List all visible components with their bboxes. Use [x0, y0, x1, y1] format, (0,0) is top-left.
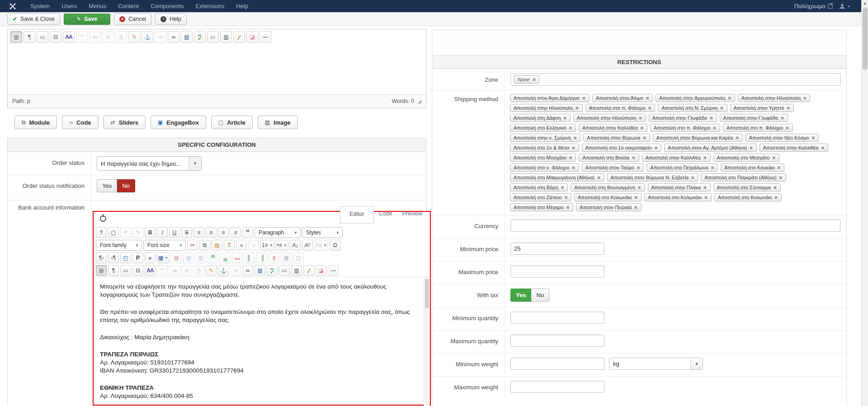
editor-tab-preview[interactable]: Preview	[397, 206, 427, 221]
font-family-select[interactable]: Font family▼	[96, 240, 142, 251]
rtl-icon[interactable]: ‹¶	[108, 252, 119, 263]
user-menu[interactable]: ▾	[839, 3, 850, 9]
remove-tag-icon[interactable]: ✕	[703, 185, 707, 190]
menu-content[interactable]: Content	[112, 0, 145, 12]
remove-tag-icon[interactable]: ✕	[566, 205, 570, 210]
code-button[interactable]: ‹›Code	[62, 116, 99, 129]
note-icon[interactable]: ✎	[206, 265, 217, 276]
editor-scrollbar-thumb[interactable]	[425, 279, 429, 308]
remove-tag-icon[interactable]: ✕	[637, 165, 640, 170]
remove-tag-icon[interactable]: ✕	[712, 126, 716, 131]
font-size-select[interactable]: Font size▼	[143, 240, 186, 251]
strikethrough-icon[interactable]: S	[181, 227, 192, 238]
bold-icon[interactable]: B	[145, 227, 156, 238]
link-icon[interactable]: ∞	[168, 31, 179, 43]
maximum-weight-input[interactable]	[510, 381, 604, 393]
layout-icon[interactable]: ▥	[291, 265, 302, 276]
note-icon[interactable]: ✎	[128, 31, 140, 43]
remove-tag-icon[interactable]: ✕	[646, 96, 649, 101]
menu-help[interactable]: Help	[230, 0, 254, 12]
hr-icon[interactable]: —	[259, 31, 271, 43]
remove-tag-icon[interactable]: ✕	[772, 155, 775, 160]
remove-tag-icon[interactable]: ✕	[637, 185, 641, 190]
superscript-icon[interactable]: A²	[302, 240, 313, 251]
remove-tag-icon[interactable]: ✕	[703, 155, 707, 160]
remove-tag-icon[interactable]: ✕	[777, 165, 781, 170]
remove-tag-icon[interactable]: ✕	[803, 96, 807, 101]
resize-handle-icon[interactable]: ◢	[418, 99, 421, 104]
ltr-icon[interactable]: ¶›	[96, 252, 107, 263]
with-tax-no-button[interactable]: No	[531, 289, 549, 302]
remove-tag-icon[interactable]: ✕	[561, 185, 564, 190]
save-close-button[interactable]: ✔ Save & Close	[7, 14, 60, 25]
link-icon[interactable]: ∞	[242, 265, 253, 276]
fonts-icon[interactable]: AA	[145, 265, 156, 276]
currency-input[interactable]	[510, 219, 840, 232]
remove-tag-icon[interactable]: ✕	[780, 116, 784, 121]
article-button[interactable]: ▢Article	[211, 116, 253, 129]
remove-tag-icon[interactable]: ✕	[811, 135, 815, 140]
remove-tag-icon[interactable]: ✕	[575, 106, 579, 111]
remove-tag-icon[interactable]: ✕	[774, 195, 778, 200]
hr-box-icon[interactable]: ▭	[207, 31, 219, 43]
remove-tag-icon[interactable]: ✕	[648, 106, 651, 111]
remove-tag-icon[interactable]: ✕	[709, 116, 713, 121]
new-document-icon[interactable]: ▢	[108, 227, 119, 238]
eraser-icon[interactable]: ◪	[246, 31, 258, 43]
remove-tag-icon[interactable]: ✕	[582, 96, 585, 101]
remove-tag-icon[interactable]: ✕	[749, 145, 753, 150]
site-preview-link[interactable]: Πολύχρωμο	[794, 3, 833, 9]
anchor-icon[interactable]: ⚓	[218, 265, 229, 276]
remove-tag-icon[interactable]: ✕	[779, 175, 783, 180]
module-button[interactable]: ⧉Module	[14, 116, 57, 129]
remove-tag-icon[interactable]: ✕	[785, 126, 789, 131]
help-icon[interactable]: ?	[96, 227, 107, 238]
remove-tag-icon[interactable]: ✕	[571, 145, 575, 150]
align-right-icon[interactable]: ≡	[218, 227, 229, 238]
remove-tag-icon[interactable]: ✕	[735, 135, 739, 140]
align-justify-icon[interactable]: ≡	[230, 227, 241, 238]
menu-menus[interactable]: Menus	[83, 0, 112, 12]
align-center-icon[interactable]: ≡	[206, 227, 217, 238]
remove-tag-icon[interactable]: ✕	[573, 135, 577, 140]
minimum-quantity-input[interactable]	[510, 312, 604, 324]
joomla-logo[interactable]	[9, 3, 16, 10]
remove-tag-icon[interactable]: ✕	[634, 195, 638, 200]
image-icon[interactable]: ▨	[255, 265, 265, 276]
paste-text-icon[interactable]: T	[224, 240, 235, 251]
remove-tag-icon[interactable]: ✕	[711, 165, 714, 170]
description-editor-body[interactable]	[8, 45, 426, 94]
omega-icon[interactable]: Ω	[330, 240, 340, 251]
show-blocks-icon[interactable]: ¶	[24, 31, 35, 43]
bullet-list-icon[interactable]: •≡▼	[276, 240, 288, 251]
hr-icon[interactable]: —	[328, 265, 339, 276]
spellcheck-icon[interactable]: ✓	[194, 31, 206, 43]
remove-tag-icon[interactable]: ✕	[563, 116, 567, 121]
menu-extensions[interactable]: Extensions	[190, 0, 231, 12]
styles-select[interactable]: Styles▼	[302, 227, 343, 238]
cancel-button[interactable]: ✕ Cancel	[114, 14, 151, 25]
zone-tag-input[interactable]: None✕	[510, 73, 841, 86]
menu-components[interactable]: Components	[145, 0, 190, 12]
maximum-price-input[interactable]	[510, 266, 604, 278]
remove-tag-icon[interactable]: ✕	[640, 126, 644, 131]
remove-tag-icon[interactable]: ✕	[691, 175, 694, 180]
pagebreak-icon[interactable]: ▭	[37, 31, 48, 43]
visual-aid-icon[interactable]: ▦	[10, 31, 22, 43]
remove-tag-icon[interactable]: ✕	[569, 155, 572, 160]
indent-icon[interactable]: »	[236, 240, 247, 251]
find-icon[interactable]: ⌕	[145, 252, 156, 263]
remove-tag-icon[interactable]: ✕	[786, 106, 790, 111]
save-button[interactable]: ✎ Save	[64, 14, 110, 25]
eraser-icon[interactable]: ◪	[316, 265, 326, 276]
anchor-icon[interactable]: ⚓	[142, 31, 153, 43]
spellcheck-icon[interactable]: ✓	[267, 265, 278, 276]
visual-aid-icon[interactable]: ▦	[96, 265, 107, 276]
pagebreak-icon[interactable]: ▭	[120, 265, 131, 276]
readmore-icon[interactable]: ⊟	[132, 265, 143, 276]
fullscreen-icon[interactable]: ◰	[120, 252, 131, 263]
hr-box-icon[interactable]: ▭	[279, 265, 290, 276]
underline-icon[interactable]: U	[169, 227, 180, 238]
notification-no-button[interactable]: No	[117, 179, 135, 192]
cut-icon[interactable]: ✂	[187, 240, 198, 251]
